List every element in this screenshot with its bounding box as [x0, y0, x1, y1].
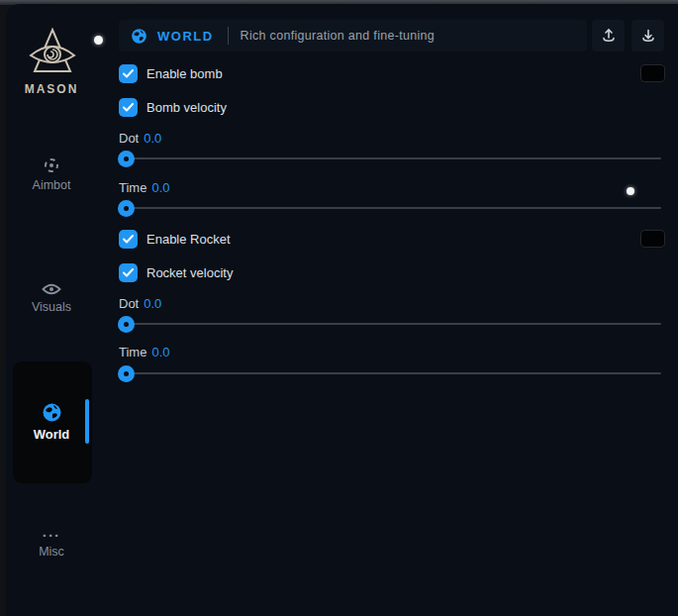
menu-panel [6, 4, 678, 616]
checkbox-label: Enable Rocket [146, 232, 231, 247]
sidebar-item-label: Aimbot [17, 178, 86, 192]
slider-value: 0.0 [144, 131, 161, 146]
bomb-time-slider-label: Time0.0 [119, 180, 169, 195]
page-subtitle: Rich configuration and fine-tuning [241, 29, 435, 43]
bomb-dot-slider-track[interactable] [119, 157, 661, 159]
enable-bomb-row: Enable bomb [119, 64, 223, 83]
cursor-dot [627, 187, 634, 195]
bomb-time-slider-handle[interactable] [118, 200, 135, 217]
bomb-velocity-checkbox[interactable] [119, 98, 138, 117]
slider-name: Time [119, 180, 146, 195]
sidebar-item-label: Misc [17, 545, 86, 559]
rocket-dot-slider-handle[interactable] [118, 316, 135, 333]
slider-value: 0.0 [151, 180, 169, 195]
slider-value: 0.0 [144, 296, 161, 311]
brand-name: MASON [17, 82, 86, 96]
eye-icon [42, 282, 61, 296]
slider-name: Time [119, 345, 146, 359]
header-divider [228, 27, 229, 45]
sidebar-item-label: Visuals [17, 300, 86, 314]
rocket-velocity-checkbox[interactable] [119, 263, 138, 282]
rocket-time-slider-label: Time0.0 [119, 345, 169, 359]
globe-icon [42, 402, 62, 423]
upload-config-button[interactable] [592, 20, 625, 51]
checkbox-label: Bomb velocity [146, 100, 227, 115]
sidebar-item-world[interactable]: World [17, 402, 86, 442]
globe-icon [131, 28, 147, 45]
check-icon [123, 69, 134, 78]
check-icon [123, 268, 134, 277]
rocket-time-slider-handle[interactable] [118, 365, 135, 382]
page-title: WORLD [157, 29, 214, 44]
sidebar-item-aimbot[interactable]: Aimbot [17, 156, 86, 192]
sidebar-item-misc[interactable]: ... Misc [17, 528, 86, 559]
slider-name: Dot [119, 131, 139, 146]
slider-name: Dot [119, 296, 139, 311]
cursor-dot [94, 36, 103, 45]
crosshair-icon [43, 156, 60, 174]
download-icon [640, 28, 656, 44]
checkbox-label: Enable bomb [146, 66, 223, 81]
check-icon [123, 103, 134, 112]
rocket-velocity-row: Rocket velocity [119, 263, 233, 282]
bomb-time-slider-track[interactable] [119, 207, 661, 209]
bomb-velocity-row: Bomb velocity [119, 98, 227, 117]
page-header: WORLD Rich configuration and fine-tuning [119, 20, 587, 51]
bomb-dot-slider-label: Dot0.0 [119, 131, 161, 146]
ellipsis-icon: ... [17, 528, 86, 536]
enable-rocket-checkbox[interactable] [119, 230, 138, 249]
rocket-dot-slider-track[interactable] [119, 323, 661, 325]
mason-eye-triangle-logo [27, 26, 78, 81]
slider-value: 0.0 [151, 345, 169, 359]
checkbox-label: Rocket velocity [146, 265, 233, 280]
check-icon [123, 235, 134, 244]
enable-rocket-row: Enable Rocket [119, 230, 231, 249]
bomb-color-swatch[interactable] [640, 64, 665, 82]
enable-bomb-checkbox[interactable] [119, 64, 138, 83]
sidebar-item-visuals[interactable]: Visuals [17, 282, 86, 314]
rocket-dot-slider-label: Dot0.0 [119, 296, 161, 311]
download-config-button[interactable] [631, 20, 664, 51]
rocket-color-swatch[interactable] [640, 230, 665, 248]
mason-menu-window: MASON Aimbot Visuals World ... Misc [0, 0, 678, 616]
upload-icon [601, 28, 617, 44]
rocket-time-slider-track[interactable] [119, 372, 661, 374]
sidebar-item-label: World [17, 427, 86, 442]
bomb-dot-slider-handle[interactable] [118, 151, 135, 167]
